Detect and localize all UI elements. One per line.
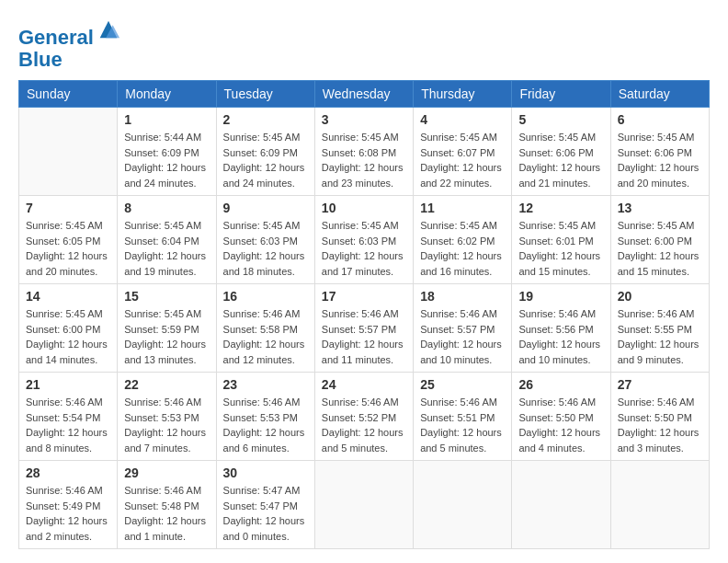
- day-number: 27: [618, 377, 702, 392]
- table-row: 30Sunrise: 5:47 AM Sunset: 5:47 PM Dayli…: [216, 461, 314, 549]
- day-info: Sunrise: 5:46 AM Sunset: 5:56 PM Dayligh…: [518, 306, 603, 367]
- day-number: 13: [618, 201, 702, 215]
- table-row: 27Sunrise: 5:46 AM Sunset: 5:50 PM Dayli…: [610, 373, 709, 461]
- calendar-week-2: 7Sunrise: 5:45 AM Sunset: 6:05 PM Daylig…: [19, 196, 710, 284]
- table-row: 9Sunrise: 5:45 AM Sunset: 6:03 PM Daylig…: [216, 196, 314, 284]
- day-info: Sunrise: 5:46 AM Sunset: 5:53 PM Dayligh…: [124, 395, 209, 455]
- table-row: 7Sunrise: 5:45 AM Sunset: 6:05 PM Daylig…: [19, 196, 118, 284]
- weekday-sunday: Sunday: [19, 81, 118, 108]
- table-row: [414, 461, 512, 549]
- table-row: 5Sunrise: 5:45 AM Sunset: 6:06 PM Daylig…: [512, 108, 610, 196]
- day-info: Sunrise: 5:45 AM Sunset: 6:07 PM Dayligh…: [420, 130, 505, 190]
- table-row: 2Sunrise: 5:45 AM Sunset: 6:09 PM Daylig…: [216, 108, 314, 196]
- day-number: 18: [420, 289, 505, 304]
- table-row: 23Sunrise: 5:46 AM Sunset: 5:53 PM Dayli…: [216, 373, 314, 461]
- day-number: 29: [124, 465, 209, 480]
- table-row: [610, 461, 709, 549]
- day-number: 26: [518, 377, 603, 392]
- day-number: 30: [223, 465, 308, 480]
- day-number: 9: [223, 201, 308, 215]
- day-info: Sunrise: 5:46 AM Sunset: 5:50 PM Dayligh…: [518, 395, 603, 455]
- day-number: 11: [420, 201, 505, 215]
- day-info: Sunrise: 5:46 AM Sunset: 5:54 PM Dayligh…: [26, 395, 110, 455]
- day-number: 6: [618, 112, 702, 127]
- day-info: Sunrise: 5:45 AM Sunset: 6:01 PM Dayligh…: [518, 218, 603, 279]
- day-number: 1: [124, 112, 209, 127]
- day-info: Sunrise: 5:44 AM Sunset: 6:09 PM Dayligh…: [124, 130, 209, 190]
- day-info: Sunrise: 5:46 AM Sunset: 5:51 PM Dayligh…: [420, 395, 505, 455]
- table-row: 17Sunrise: 5:46 AM Sunset: 5:57 PM Dayli…: [314, 284, 413, 373]
- day-info: Sunrise: 5:45 AM Sunset: 6:08 PM Dayligh…: [322, 130, 406, 190]
- day-info: Sunrise: 5:46 AM Sunset: 5:58 PM Dayligh…: [223, 306, 308, 367]
- table-row: 13Sunrise: 5:45 AM Sunset: 6:00 PM Dayli…: [610, 196, 709, 284]
- day-info: Sunrise: 5:45 AM Sunset: 6:09 PM Dayligh…: [223, 130, 308, 190]
- day-info: Sunrise: 5:46 AM Sunset: 5:48 PM Dayligh…: [124, 483, 209, 544]
- logo: General Blue: [18, 18, 121, 71]
- day-number: 23: [223, 377, 308, 392]
- day-number: 5: [518, 112, 603, 127]
- day-info: Sunrise: 5:45 AM Sunset: 6:04 PM Dayligh…: [124, 218, 209, 279]
- table-row: [512, 461, 610, 549]
- day-number: 20: [618, 289, 702, 304]
- day-number: 14: [26, 289, 110, 304]
- day-info: Sunrise: 5:46 AM Sunset: 5:57 PM Dayligh…: [420, 306, 505, 367]
- table-row: 4Sunrise: 5:45 AM Sunset: 6:07 PM Daylig…: [414, 108, 512, 196]
- day-number: 4: [420, 112, 505, 127]
- table-row: 24Sunrise: 5:46 AM Sunset: 5:52 PM Dayli…: [314, 373, 413, 461]
- day-number: 25: [420, 377, 505, 392]
- table-row: 29Sunrise: 5:46 AM Sunset: 5:48 PM Dayli…: [118, 461, 216, 549]
- logo-icon: [96, 17, 121, 42]
- day-number: 15: [124, 289, 209, 304]
- weekday-monday: Monday: [118, 81, 216, 108]
- day-number: 22: [124, 377, 209, 392]
- day-info: Sunrise: 5:45 AM Sunset: 6:05 PM Dayligh…: [26, 218, 110, 279]
- table-row: 19Sunrise: 5:46 AM Sunset: 5:56 PM Dayli…: [512, 284, 610, 373]
- weekday-thursday: Thursday: [414, 81, 512, 108]
- table-row: 1Sunrise: 5:44 AM Sunset: 6:09 PM Daylig…: [118, 108, 216, 196]
- day-number: 16: [223, 289, 308, 304]
- day-info: Sunrise: 5:47 AM Sunset: 5:47 PM Dayligh…: [223, 483, 308, 544]
- day-info: Sunrise: 5:46 AM Sunset: 5:55 PM Dayligh…: [618, 306, 702, 367]
- day-info: Sunrise: 5:46 AM Sunset: 5:50 PM Dayligh…: [618, 395, 702, 455]
- logo-text: General Blue: [18, 18, 121, 71]
- table-row: 26Sunrise: 5:46 AM Sunset: 5:50 PM Dayli…: [512, 373, 610, 461]
- table-row: 12Sunrise: 5:45 AM Sunset: 6:01 PM Dayli…: [512, 196, 610, 284]
- table-row: 25Sunrise: 5:46 AM Sunset: 5:51 PM Dayli…: [414, 373, 512, 461]
- table-row: 22Sunrise: 5:46 AM Sunset: 5:53 PM Dayli…: [118, 373, 216, 461]
- day-info: Sunrise: 5:45 AM Sunset: 6:06 PM Dayligh…: [618, 130, 702, 190]
- table-row: 14Sunrise: 5:45 AM Sunset: 6:00 PM Dayli…: [19, 284, 118, 373]
- day-info: Sunrise: 5:46 AM Sunset: 5:53 PM Dayligh…: [223, 395, 308, 455]
- day-number: 21: [26, 377, 110, 392]
- table-row: 20Sunrise: 5:46 AM Sunset: 5:55 PM Dayli…: [610, 284, 709, 373]
- table-row: 15Sunrise: 5:45 AM Sunset: 5:59 PM Dayli…: [118, 284, 216, 373]
- day-number: 10: [322, 201, 406, 215]
- table-row: 28Sunrise: 5:46 AM Sunset: 5:49 PM Dayli…: [19, 461, 118, 549]
- calendar-week-1: 1Sunrise: 5:44 AM Sunset: 6:09 PM Daylig…: [19, 108, 710, 196]
- weekday-tuesday: Tuesday: [216, 81, 314, 108]
- weekday-saturday: Saturday: [610, 81, 709, 108]
- table-row: 6Sunrise: 5:45 AM Sunset: 6:06 PM Daylig…: [610, 108, 709, 196]
- day-info: Sunrise: 5:45 AM Sunset: 6:03 PM Dayligh…: [322, 218, 406, 279]
- table-row: 16Sunrise: 5:46 AM Sunset: 5:58 PM Dayli…: [216, 284, 314, 373]
- day-number: 3: [322, 112, 406, 127]
- table-row: 21Sunrise: 5:46 AM Sunset: 5:54 PM Dayli…: [19, 373, 118, 461]
- day-number: 19: [518, 289, 603, 304]
- day-info: Sunrise: 5:45 AM Sunset: 6:00 PM Dayligh…: [618, 218, 702, 279]
- day-number: 12: [518, 201, 603, 215]
- table-row: [19, 108, 118, 196]
- day-number: 24: [322, 377, 406, 392]
- day-number: 8: [124, 201, 209, 215]
- day-info: Sunrise: 5:46 AM Sunset: 5:57 PM Dayligh…: [322, 306, 406, 367]
- day-info: Sunrise: 5:46 AM Sunset: 5:49 PM Dayligh…: [26, 483, 110, 544]
- day-info: Sunrise: 5:45 AM Sunset: 5:59 PM Dayligh…: [124, 306, 209, 367]
- day-info: Sunrise: 5:45 AM Sunset: 6:02 PM Dayligh…: [420, 218, 505, 279]
- calendar-week-3: 14Sunrise: 5:45 AM Sunset: 6:00 PM Dayli…: [19, 284, 710, 373]
- table-row: 10Sunrise: 5:45 AM Sunset: 6:03 PM Dayli…: [314, 196, 413, 284]
- table-row: 18Sunrise: 5:46 AM Sunset: 5:57 PM Dayli…: [414, 284, 512, 373]
- calendar-week-5: 28Sunrise: 5:46 AM Sunset: 5:49 PM Dayli…: [19, 461, 710, 549]
- day-info: Sunrise: 5:46 AM Sunset: 5:52 PM Dayligh…: [322, 395, 406, 455]
- calendar-table: SundayMondayTuesdayWednesdayThursdayFrid…: [18, 80, 710, 549]
- table-row: [314, 461, 413, 549]
- table-row: 3Sunrise: 5:45 AM Sunset: 6:08 PM Daylig…: [314, 108, 413, 196]
- weekday-header-row: SundayMondayTuesdayWednesdayThursdayFrid…: [19, 81, 710, 108]
